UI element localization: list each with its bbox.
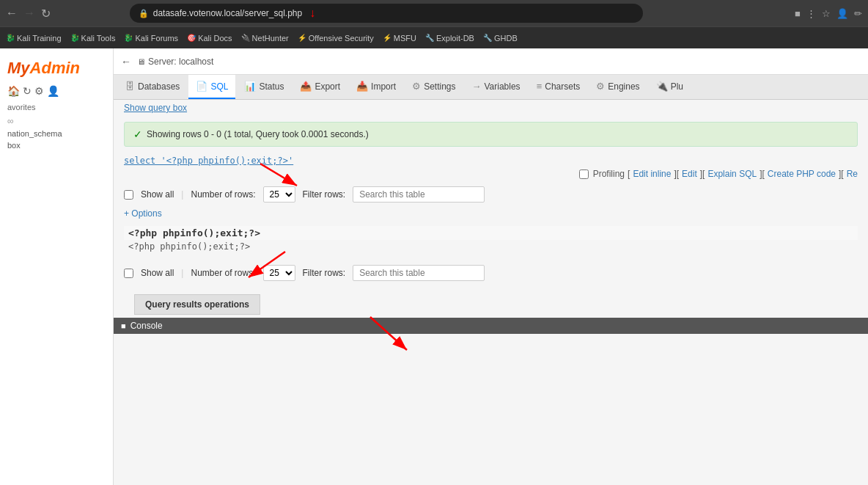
browser-chrome: ← → ↻ 🔒 datasafe.votenow.local/server_sq… (0, 0, 868, 48)
bookmarks-bar: 🐉 Kali Training 🐉 Kali Tools 🐉 Kali Foru… (0, 26, 868, 48)
import-tab-icon: 📥 (356, 81, 368, 92)
table-controls-top: Show all | Number of rows: 25 Filter row… (114, 182, 868, 207)
databases-tab-icon: 🗄 (125, 81, 135, 92)
filter-input-top[interactable] (353, 186, 485, 203)
sidebar: MyAdmin 🏠 ↻ ⚙ 👤 avorites ∞ nation_schema… (0, 48, 114, 485)
console-bar[interactable]: ■ Console (114, 318, 868, 334)
query-results-ops[interactable]: Query results operations (134, 294, 260, 315)
extensions-icon2[interactable]: ✏ (854, 8, 862, 19)
filter-input-bottom[interactable] (353, 265, 485, 281)
profiling-checkbox[interactable] (579, 169, 589, 179)
browser-forward-icon[interactable]: → (23, 7, 35, 20)
success-message: ✓ Showing rows 0 - 0 (1 total, Query too… (124, 122, 858, 147)
edit-inline-link[interactable]: Edit inline (633, 169, 671, 179)
bookmark-kali-forums[interactable]: 🐉 Kali Forums (124, 34, 178, 43)
num-rows-select-top[interactable]: 25 (263, 186, 295, 203)
filter-rows-label-top: Filter rows: (303, 189, 346, 200)
num-rows-select-bottom[interactable]: 25 (263, 265, 295, 281)
bookmark-kali-docs[interactable]: 🎯 Kali Docs (187, 34, 232, 43)
bookmark-nethunter[interactable]: 🔌 NetHunter (241, 34, 289, 43)
sql-query-display: select '<?php phpinfo();exit;?>' (114, 153, 868, 166)
menu-icon[interactable]: ⋮ (806, 8, 816, 19)
tab-engines[interactable]: ⚙Engines (589, 75, 647, 99)
bookmark-exploit-db[interactable]: 🔧 Exploit-DB (425, 34, 474, 43)
bookmark-msfu[interactable]: ⚡ MSFU (383, 34, 416, 43)
tab-sql[interactable]: 📄SQL (188, 75, 235, 99)
profiling-label: Profiling (593, 169, 625, 179)
address-text: datasafe.votenow.local/server_sql.php (153, 8, 302, 18)
breadcrumb: 🖥 Server: localhost (137, 56, 213, 67)
sidebar-db-box[interactable]: box (0, 139, 113, 151)
console-label: Console (130, 321, 163, 331)
bookmark-kali-tools[interactable]: 🐉 Kali Tools (70, 34, 116, 43)
num-rows-label-bottom: Number of rows: (191, 268, 255, 278)
settings-tab-icon: ⚙ (412, 81, 421, 92)
page-wrapper: MyAdmin 🏠 ↻ ⚙ 👤 avorites ∞ nation_schema… (0, 48, 868, 485)
tab-import[interactable]: 📥Import (349, 75, 403, 99)
check-icon: ✓ (133, 128, 142, 140)
browser-refresh-icon[interactable]: ↻ (41, 7, 51, 21)
refresh-icon[interactable]: ↻ (23, 85, 32, 97)
tab-export[interactable]: 📤Export (293, 75, 347, 99)
engines-tab-icon: ⚙ (596, 81, 605, 92)
status-tab-icon: 📊 (244, 81, 256, 92)
tab-bar: 🗄Databases 📄SQL 📊Status 📤Export 📥Import … (114, 75, 868, 100)
filter-rows-label-bottom: Filter rows: (303, 268, 346, 278)
export-tab-icon: 📤 (300, 81, 312, 92)
bookmark-kali-training[interactable]: 🐉 Kali Training (6, 34, 62, 43)
tab-charsets[interactable]: ≡Charsets (529, 75, 588, 99)
main-content: ← 🖥 Server: localhost 🗄Databases 📄SQL 📊S… (114, 48, 868, 485)
show-query-box-link[interactable]: Show query box (114, 100, 868, 116)
tab-settings[interactable]: ⚙Settings (405, 75, 463, 99)
tab-variables[interactable]: →Variables (464, 75, 527, 99)
console-icon: ■ (121, 321, 126, 330)
top-nav: ← 🖥 Server: localhost (114, 48, 868, 75)
sidebar-db-information-schema[interactable]: nation_schema (0, 128, 113, 139)
main-scroll-area: Show query box ✓ Showing rows 0 - 0 (1 t… (114, 100, 868, 485)
tab-plugins[interactable]: 🔌Plu (649, 75, 691, 99)
create-php-link[interactable]: Create PHP code (768, 169, 836, 179)
sidebar-icons: 🏠 ↻ ⚙ 👤 (0, 82, 113, 100)
bookmark-star-icon[interactable]: ☆ (822, 8, 831, 19)
re-link[interactable]: Re (847, 169, 858, 179)
code-line-primary: <?php phpinfo();exit;?> (124, 226, 858, 240)
show-all-checkbox-top[interactable] (124, 190, 133, 200)
table-controls-bottom: Show all | Number of rows: 25 Filter row… (114, 260, 868, 285)
nav-collapse-icon[interactable]: ← (121, 56, 131, 68)
sql-query-link[interactable]: select '<?php phpinfo();exit;?>' (124, 156, 293, 166)
show-all-label-bottom: Show all (141, 268, 174, 278)
red-arrow-annotation: ↓ (309, 7, 315, 20)
charsets-tab-icon: ≡ (537, 81, 542, 92)
show-all-checkbox-bottom[interactable] (124, 269, 133, 278)
bookmark-ghdb[interactable]: 🔧 GHDB (483, 34, 518, 43)
home-icon[interactable]: 🏠 (7, 85, 20, 97)
tab-status[interactable]: 📊Status (237, 75, 291, 99)
sidebar-logo: MyAdmin (0, 54, 113, 82)
gear-icon[interactable]: ⚙ (34, 85, 44, 97)
profile-icon[interactable]: 👤 (836, 8, 848, 19)
plugins-tab-icon: 🔌 (656, 81, 668, 92)
sidebar-favorites-label: avorites (0, 100, 113, 114)
code-block: <?php phpinfo();exit;?> <?php phpinfo();… (124, 226, 858, 253)
security-icon: 🔒 (139, 9, 149, 18)
user-icon[interactable]: 👤 (47, 85, 59, 97)
breadcrumb-label: Server: localhost (148, 56, 213, 67)
explain-sql-link[interactable]: Explain SQL (707, 169, 757, 179)
tab-databases[interactable]: 🗄Databases (118, 75, 187, 99)
edit-link[interactable]: Edit (682, 169, 697, 179)
options-link[interactable]: + Options (114, 207, 868, 223)
show-all-label-top: Show all (141, 189, 174, 200)
code-line-secondary: <?php phpinfo();exit;?> (124, 240, 858, 253)
bookmark-offensive-security[interactable]: ⚡ Offensive Security (298, 34, 374, 43)
browser-titlebar: ← → ↻ 🔒 datasafe.votenow.local/server_sq… (0, 0, 868, 26)
server-icon: 🖥 (137, 57, 145, 66)
browser-back-icon[interactable]: ← (6, 7, 18, 20)
sql-tab-icon: 📄 (196, 81, 207, 92)
browser-actions: ■ ⋮ ☆ 👤 ✏ (795, 8, 862, 19)
num-rows-label-top: Number of rows: (191, 189, 255, 200)
extension-icon[interactable]: ■ (795, 8, 801, 19)
variables-tab-icon: → (471, 81, 481, 92)
address-bar[interactable]: 🔒 datasafe.votenow.local/server_sql.php … (130, 4, 643, 23)
profiling-bar: Profiling [ Edit inline ][ Edit ][ Expla… (114, 166, 868, 182)
